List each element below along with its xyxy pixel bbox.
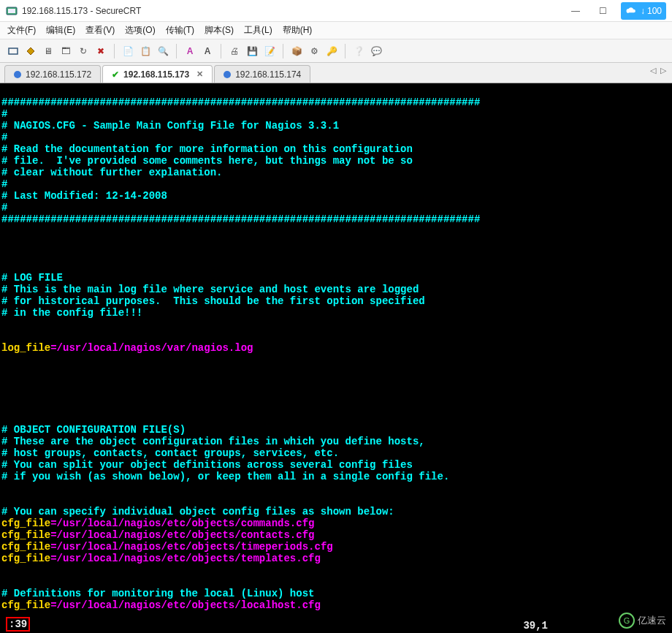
print-icon[interactable]: 🖨	[227, 44, 242, 58]
status-bullet-icon	[14, 71, 21, 78]
tab-label: 192.168.115.172	[26, 69, 91, 80]
term-line: # if you wish (as shown below), or keep …	[1, 471, 449, 482]
toolbar-separator	[345, 44, 345, 58]
svg-rect-1	[8, 9, 15, 13]
tab-nav: ◁ ▷	[650, 66, 666, 75]
term-line: #	[1, 108, 7, 120]
options-icon[interactable]: ⚙	[307, 44, 321, 58]
term-line: # OBJECT CONFIGURATION FILE(S)	[1, 424, 186, 436]
toolbar-separator	[221, 44, 221, 58]
term-line: # Last Modified: 12-14-2008	[1, 190, 167, 202]
term-line: # Read the documentation for more inform…	[1, 143, 413, 155]
titlebar: 192.168.115.173 - SecureCRT — ☐ ↓ 100	[0, 0, 672, 22]
app-icon	[6, 5, 18, 17]
download-arrow-icon: ↓	[641, 6, 645, 16]
toolbar: 🖥 🗔 ↻ ✖ 📄 📋 🔍 A A 🖨 💾 📝 📦 ⚙ 🔑 ❔ 💬	[0, 39, 672, 63]
disconnect-icon[interactable]: ✖	[93, 44, 108, 58]
term-line: #	[1, 132, 7, 143]
toolbar-separator	[283, 44, 283, 58]
term-line: # file. I've provided some comments here…	[1, 155, 413, 167]
key-icon[interactable]: 🔑	[324, 44, 339, 58]
log-icon[interactable]: 📝	[262, 44, 277, 58]
term-line: # NAGIOS.CFG - Sample Main Config File f…	[1, 120, 339, 132]
connect-icon[interactable]	[6, 44, 20, 58]
font-icon[interactable]: A	[183, 44, 197, 58]
term-line: cfg_file=/usr/local/nagios/etc/objects/t…	[1, 553, 321, 564]
save-icon[interactable]: 💾	[245, 44, 259, 58]
term-line: ########################################…	[1, 96, 480, 108]
term-line: # Definitions for monitoring the local (…	[1, 588, 314, 599]
menu-help[interactable]: 帮助(H)	[283, 24, 313, 37]
tabbar: 192.168.115.172 ✔ 192.168.115.173 ✕ 192.…	[0, 63, 672, 83]
term-line: # These are the object configuration fil…	[1, 436, 425, 447]
copy-icon[interactable]: 📄	[121, 44, 135, 58]
term-line: # clear without further explanation.	[1, 167, 222, 178]
menu-view[interactable]: 查看(V)	[85, 24, 115, 37]
term-line: ########################################…	[1, 213, 480, 225]
menu-script[interactable]: 脚本(S)	[205, 24, 234, 37]
session-icon[interactable]: 🖥	[41, 44, 56, 58]
term-line: # in the config file!!!	[1, 307, 142, 319]
menu-edit[interactable]: 编辑(E)	[46, 24, 75, 37]
menu-options[interactable]: 选项(O)	[125, 24, 155, 37]
tab-session-2-active[interactable]: ✔ 192.168.115.173 ✕	[102, 65, 213, 83]
watermark-logo-icon: G	[619, 613, 635, 629]
svg-rect-2	[9, 48, 18, 54]
menu-tools[interactable]: 工具(L)	[244, 24, 272, 37]
term-line: # for historical purposes. This should b…	[1, 295, 425, 307]
term-line: cfg_file=/usr/local/nagios/etc/objects/t…	[1, 541, 333, 553]
term-line: log_file=/usr/local/nagios/var/nagios.lo…	[1, 342, 253, 354]
menu-file[interactable]: 文件(F)	[7, 24, 36, 37]
term-line: # host groups, contacts, contact groups,…	[1, 447, 339, 459]
tab-prev-icon[interactable]: ◁	[650, 66, 656, 75]
download-count: 100	[647, 6, 662, 16]
check-icon: ✔	[112, 69, 119, 80]
menu-transfer[interactable]: 传输(T)	[166, 24, 194, 37]
paste-icon[interactable]: 📋	[138, 44, 153, 58]
tab-session-3[interactable]: 192.168.115.174	[214, 65, 310, 83]
window-title: 192.168.115.173 - SecureCRT	[22, 6, 565, 16]
tab-label: 192.168.115.174	[235, 69, 301, 80]
status-bullet-icon	[224, 71, 231, 78]
watermark: G 亿速云	[619, 613, 666, 629]
color-icon[interactable]: A	[200, 44, 215, 58]
watermark-text: 亿速云	[638, 614, 666, 627]
find-icon[interactable]: 🔍	[156, 44, 170, 58]
tab-session-1[interactable]: 192.168.115.172	[4, 65, 101, 83]
term-line: #	[1, 178, 7, 190]
cloud-icon	[625, 7, 638, 15]
term-line: # LOG FILE	[1, 272, 63, 284]
toolbar-separator	[114, 44, 115, 58]
reconnect-icon[interactable]: ↻	[76, 44, 91, 58]
sessions-icon[interactable]: 🗔	[58, 44, 73, 58]
status-line-number: :39	[6, 617, 30, 632]
term-line: #	[1, 202, 7, 213]
quick-connect-icon[interactable]	[23, 44, 38, 58]
help-icon[interactable]: ❔	[351, 44, 366, 58]
chat-icon[interactable]: 💬	[369, 44, 383, 58]
tab-label: 192.168.115.173	[123, 69, 189, 80]
transfer-icon[interactable]: 📦	[289, 44, 304, 58]
tab-next-icon[interactable]: ▷	[660, 66, 666, 75]
minimize-button[interactable]: —	[565, 4, 586, 18]
term-line: # This is the main log file where servic…	[1, 284, 419, 295]
terminal[interactable]: ########################################…	[0, 83, 672, 633]
close-icon[interactable]: ✕	[196, 69, 203, 79]
term-line: # You can split your object definitions …	[1, 459, 413, 471]
term-line: cfg_file=/usr/local/nagios/etc/objects/c…	[1, 518, 314, 529]
cursor-position: 39,1	[523, 620, 548, 632]
term-line: cfg_file=/usr/local/nagios/etc/objects/c…	[1, 529, 314, 541]
term-line: cfg_file=/usr/local/nagios/etc/objects/l…	[1, 599, 321, 611]
toolbar-separator	[176, 44, 177, 58]
menubar: 文件(F) 编辑(E) 查看(V) 选项(O) 传输(T) 脚本(S) 工具(L…	[0, 22, 672, 39]
term-line: # You can specify individual object conf…	[1, 506, 394, 518]
cloud-download-badge[interactable]: ↓ 100	[621, 2, 666, 20]
maximize-button[interactable]: ☐	[593, 4, 614, 18]
